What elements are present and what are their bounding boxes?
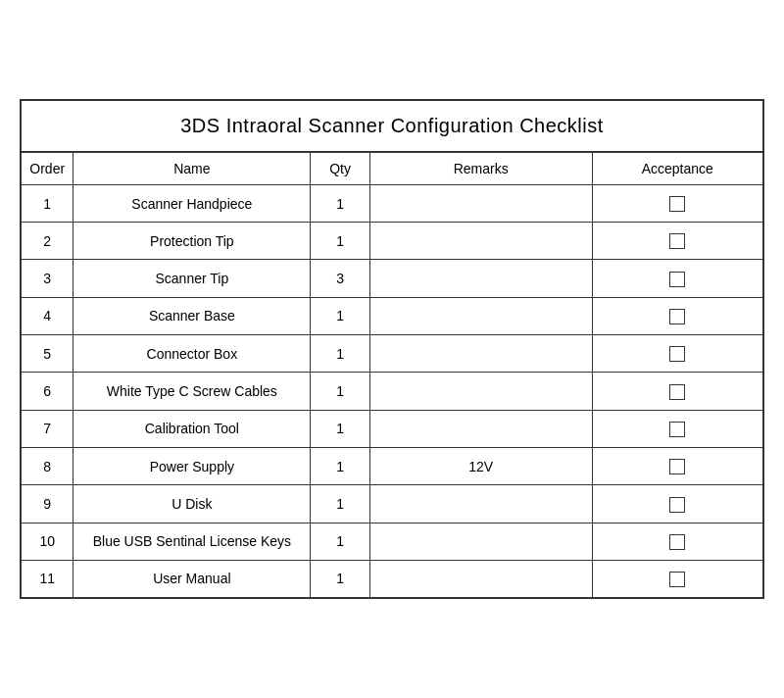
table-row: 5Connector Box1 [22, 335, 762, 373]
cell-remarks [369, 223, 592, 260]
acceptance-checkbox[interactable] [669, 384, 685, 400]
cell-acceptance[interactable] [592, 184, 762, 222]
table-row: 11User Manual1 [22, 560, 762, 597]
table-row: 3Scanner Tip3 [22, 260, 762, 297]
cell-name: User Manual [74, 560, 311, 597]
cell-order: 1 [22, 184, 74, 222]
cell-qty: 1 [311, 410, 369, 447]
checklist-container: 3DS Intraoral Scanner Configuration Chec… [20, 99, 764, 599]
cell-name: Scanner Handpiece [74, 184, 311, 222]
cell-remarks: 12V [369, 447, 592, 484]
cell-qty: 1 [311, 335, 369, 373]
checklist-title: 3DS Intraoral Scanner Configuration Chec… [22, 101, 762, 153]
cell-qty: 1 [311, 373, 369, 410]
header-qty: Qty [311, 153, 369, 185]
acceptance-checkbox[interactable] [669, 233, 685, 249]
cell-name: White Type C Screw Cables [74, 373, 311, 410]
cell-remarks [369, 523, 592, 560]
table-row: 8Power Supply112V [22, 447, 762, 484]
acceptance-checkbox[interactable] [669, 309, 685, 324]
cell-name: Blue USB Sentinal License Keys [74, 523, 311, 560]
cell-remarks [369, 410, 592, 447]
acceptance-checkbox[interactable] [669, 459, 685, 474]
header-acceptance: Acceptance [592, 153, 762, 185]
cell-order: 8 [22, 447, 74, 484]
cell-order: 3 [22, 260, 74, 297]
acceptance-checkbox[interactable] [669, 497, 685, 513]
cell-name: Scanner Base [74, 297, 311, 334]
cell-acceptance[interactable] [592, 447, 762, 484]
cell-qty: 3 [311, 260, 369, 297]
cell-remarks [369, 184, 592, 222]
table-header-row: Order Name Qty Remarks Acceptance [22, 153, 762, 185]
cell-acceptance[interactable] [592, 297, 762, 334]
cell-acceptance[interactable] [592, 523, 762, 560]
cell-remarks [369, 260, 592, 297]
cell-order: 6 [22, 373, 74, 410]
acceptance-checkbox[interactable] [669, 572, 685, 587]
table-row: 10Blue USB Sentinal License Keys1 [22, 523, 762, 560]
cell-order: 5 [22, 335, 74, 373]
table-row: 4Scanner Base1 [22, 297, 762, 334]
cell-qty: 1 [311, 523, 369, 560]
cell-order: 11 [22, 560, 74, 597]
cell-qty: 1 [311, 223, 369, 260]
cell-qty: 1 [311, 447, 369, 484]
cell-acceptance[interactable] [592, 373, 762, 410]
cell-qty: 1 [311, 560, 369, 597]
cell-qty: 1 [311, 485, 369, 523]
cell-order: 9 [22, 485, 74, 523]
cell-order: 2 [22, 223, 74, 260]
acceptance-checkbox[interactable] [669, 534, 685, 550]
cell-acceptance[interactable] [592, 485, 762, 523]
cell-order: 4 [22, 297, 74, 334]
cell-name: Protection Tip [74, 223, 311, 260]
header-order: Order [22, 153, 74, 185]
cell-remarks [369, 297, 592, 334]
table-row: 6White Type C Screw Cables1 [22, 373, 762, 410]
cell-acceptance[interactable] [592, 335, 762, 373]
cell-name: Calibration Tool [74, 410, 311, 447]
cell-acceptance[interactable] [592, 560, 762, 597]
acceptance-checkbox[interactable] [669, 272, 685, 287]
cell-order: 7 [22, 410, 74, 447]
table-row: 1Scanner Handpiece1 [22, 184, 762, 222]
cell-name: Scanner Tip [74, 260, 311, 297]
cell-acceptance[interactable] [592, 260, 762, 297]
cell-name: Connector Box [74, 335, 311, 373]
cell-qty: 1 [311, 184, 369, 222]
cell-qty: 1 [311, 297, 369, 334]
cell-remarks [369, 373, 592, 410]
cell-remarks [369, 335, 592, 373]
table-row: 9U Disk1 [22, 485, 762, 523]
table-row: 2Protection Tip1 [22, 223, 762, 260]
cell-acceptance[interactable] [592, 223, 762, 260]
acceptance-checkbox[interactable] [669, 422, 685, 437]
table-row: 7Calibration Tool1 [22, 410, 762, 447]
cell-acceptance[interactable] [592, 410, 762, 447]
acceptance-checkbox[interactable] [669, 346, 685, 362]
header-remarks: Remarks [369, 153, 592, 185]
cell-name: Power Supply [74, 447, 311, 484]
table-body: 1Scanner Handpiece12Protection Tip13Scan… [22, 184, 762, 597]
checklist-table: Order Name Qty Remarks Acceptance 1Scann… [22, 153, 762, 597]
cell-remarks [369, 560, 592, 597]
cell-name: U Disk [74, 485, 311, 523]
cell-remarks [369, 485, 592, 523]
header-name: Name [74, 153, 311, 185]
acceptance-checkbox[interactable] [669, 196, 685, 212]
cell-order: 10 [22, 523, 74, 560]
